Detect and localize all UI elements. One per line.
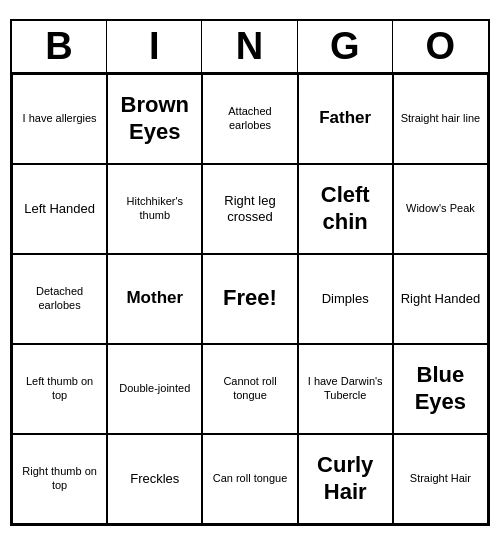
bingo-cell: Mother (107, 254, 202, 344)
bingo-card: BINGO I have allergiesBrown EyesAttached… (10, 19, 490, 526)
bingo-cell: Left Handed (12, 164, 107, 254)
bingo-cell: Attached earlobes (202, 74, 297, 164)
bingo-cell: Straight hair line (393, 74, 488, 164)
bingo-cell: Freckles (107, 434, 202, 524)
bingo-cell: Free! (202, 254, 297, 344)
bingo-cell: Detached earlobes (12, 254, 107, 344)
header-letter: N (202, 21, 297, 72)
bingo-cell: I have Darwin's Tubercle (298, 344, 393, 434)
header-letter: B (12, 21, 107, 72)
header-letter: O (393, 21, 488, 72)
bingo-cell: Father (298, 74, 393, 164)
bingo-cell: I have allergies (12, 74, 107, 164)
bingo-cell: Cleft chin (298, 164, 393, 254)
bingo-header: BINGO (12, 21, 488, 74)
bingo-cell: Hitchhiker's thumb (107, 164, 202, 254)
bingo-cell: Right thumb on top (12, 434, 107, 524)
bingo-cell: Widow's Peak (393, 164, 488, 254)
bingo-cell: Double-jointed (107, 344, 202, 434)
bingo-cell: Can roll tongue (202, 434, 297, 524)
bingo-cell: Curly Hair (298, 434, 393, 524)
bingo-cell: Cannot roll tongue (202, 344, 297, 434)
bingo-cell: Right Handed (393, 254, 488, 344)
bingo-cell: Blue Eyes (393, 344, 488, 434)
bingo-cell: Straight Hair (393, 434, 488, 524)
bingo-cell: Left thumb on top (12, 344, 107, 434)
header-letter: G (298, 21, 393, 72)
bingo-cell: Right leg crossed (202, 164, 297, 254)
bingo-cell: Brown Eyes (107, 74, 202, 164)
header-letter: I (107, 21, 202, 72)
bingo-cell: Dimples (298, 254, 393, 344)
bingo-grid: I have allergiesBrown EyesAttached earlo… (12, 74, 488, 524)
